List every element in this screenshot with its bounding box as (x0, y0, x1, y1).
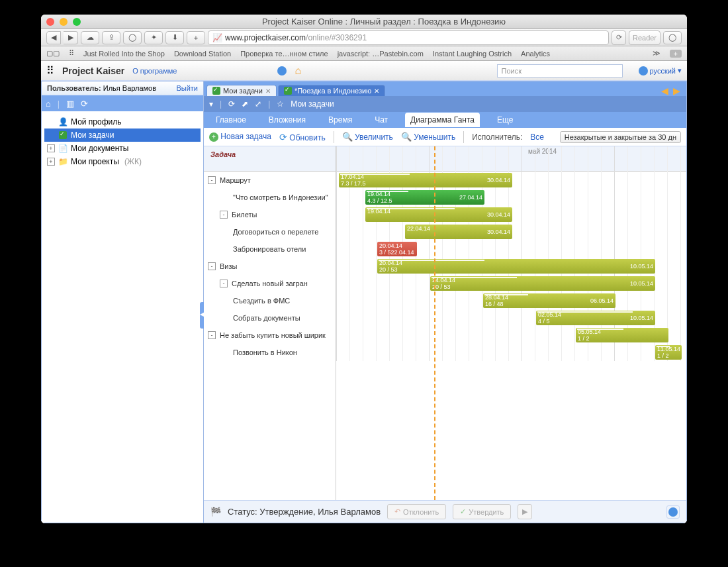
gantt-task-row[interactable]: "Что смотреть в Индонезии" (204, 189, 336, 206)
minimize-window-button[interactable] (60, 18, 68, 26)
tab-trip[interactable]: *Поездка в Индонезию ✕ (278, 85, 385, 96)
task-label: Визы (220, 262, 237, 270)
close-tab-icon[interactable]: ✕ (265, 87, 271, 95)
share-button[interactable]: ⇪ (102, 31, 120, 44)
logout-link[interactable]: Выйти (176, 84, 198, 92)
refresh-button[interactable]: ⟳ Обновить (279, 132, 326, 142)
breadcrumb[interactable]: Мои задачи (291, 99, 334, 109)
gantt-task-row[interactable]: -Не забыть купить новый ширик (204, 327, 336, 344)
bookmark-item[interactable]: Analytics (521, 50, 550, 58)
forward-button[interactable]: ▶ (64, 31, 78, 44)
gantt-timeline[interactable]: май 2014 17.04.147.3 / 17.530.04.1419.04… (336, 146, 686, 500)
zoom-out-button[interactable]: 🔍 Уменьшить (401, 132, 455, 142)
home-icon[interactable]: ⌂ (46, 99, 51, 109)
bookmark-item[interactable]: Instant Laughing Ostrich (433, 50, 512, 58)
bookmark-item[interactable]: Проверка те…нном стиле (240, 50, 328, 58)
splitter-handle[interactable] (200, 302, 204, 329)
gantt-task-row[interactable]: -Маршрут (204, 172, 336, 189)
gantt-task-row[interactable]: Договориться о перелете (204, 223, 336, 240)
search-input[interactable]: Поиск (497, 64, 623, 77)
gantt-bar[interactable]: 20.04.1420 / 5310.05.14 (377, 259, 655, 274)
gantt-task-row[interactable]: Собрать документы (204, 309, 336, 327)
expand-icon[interactable]: - (208, 262, 216, 270)
apps-icon[interactable]: ⠿ (69, 49, 74, 58)
gantt-bar[interactable]: 05.05.141 / 2 (576, 328, 668, 342)
gantt-bar[interactable]: 19.04.1430.04.14 (365, 207, 512, 222)
subtab-time[interactable]: Время (323, 113, 357, 127)
refresh-icon[interactable]: ⟳ (228, 99, 235, 109)
bookmark-item[interactable]: Just Rolled Into the Shop (83, 50, 165, 58)
toolbar-button-2[interactable]: ✦ (144, 31, 163, 44)
subtab-attachments[interactable]: Вложения (263, 113, 311, 127)
gantt-bar[interactable]: 28.04.1416 / 4806.05.14 (483, 293, 615, 308)
bookmarks-overflow[interactable]: ≫ (653, 49, 660, 58)
today-marker (434, 146, 435, 500)
expand-icon[interactable]: ⤢ (255, 99, 261, 109)
columns-icon[interactable]: ▥ (66, 99, 74, 109)
gantt-bar[interactable]: 17.04.147.3 / 17.530.04.14 (339, 173, 512, 187)
reader-button[interactable]: Reader (629, 30, 660, 45)
gantt-task-row[interactable]: Съездить в ФМС (204, 292, 336, 309)
expand-icon[interactable]: - (208, 176, 216, 184)
refresh-icon[interactable]: ⟳ (81, 99, 88, 109)
tab-my-tasks[interactable]: Мои задачи ✕ (206, 85, 277, 96)
new-tab-button[interactable]: + (670, 50, 682, 58)
gantt-task-row[interactable]: -Билеты (204, 206, 336, 223)
subtab-more[interactable]: Еще (492, 113, 518, 127)
sidebar-item-profile[interactable]: 👤 Мой профиль (44, 115, 201, 129)
address-bar[interactable]: 📈 www.projectkaiser.com/online/#3036291 (208, 30, 609, 45)
close-tab-icon[interactable]: ✕ (374, 87, 379, 95)
expand-icon[interactable]: + (47, 144, 55, 152)
gantt-bar[interactable]: 24.04.1420 / 5310.05.14 (430, 276, 655, 291)
date-filter-button[interactable]: Незакрытые и закрытые за 30 дн (560, 131, 681, 143)
globe-button[interactable] (666, 505, 680, 519)
icloud-button[interactable]: ☁ (81, 31, 99, 44)
bookmarks-icon[interactable]: ▢▢ (46, 49, 60, 58)
expand-icon[interactable]: - (220, 211, 228, 219)
globe-icon[interactable] (277, 66, 287, 76)
gantt-task-row[interactable]: -Визы (204, 258, 336, 275)
subtab-chat[interactable]: Чат (369, 113, 393, 127)
gantt-bar[interactable]: 20.04.143 / 522.04.14 (377, 242, 417, 256)
subtab-main[interactable]: Главное (210, 113, 251, 127)
expand-icon[interactable]: - (208, 331, 216, 339)
nav-forward-icon[interactable]: ▶ (673, 85, 684, 96)
gantt-bar[interactable]: 22.04.1430.04.14 (405, 225, 512, 239)
back-button[interactable]: ◀ (46, 31, 61, 44)
popout-icon[interactable]: ⬈ (242, 99, 248, 109)
nav-back-icon[interactable]: ◀ (661, 85, 672, 96)
approve-button[interactable]: ✓Утвердить (453, 504, 511, 519)
downloads-button[interactable]: ⬇ (165, 31, 184, 44)
gantt-bar[interactable]: 02.05.144 / 510.05.14 (536, 311, 655, 325)
new-task-button[interactable]: + Новая задача (209, 132, 271, 142)
toolbar-button-3[interactable]: ◯ (663, 31, 682, 44)
zoom-in-button[interactable]: 🔍 Увеличить (342, 132, 393, 142)
home-icon[interactable]: ⌂ (295, 65, 301, 77)
sidebar-item-documents[interactable]: + 📄 Мои документы (44, 142, 201, 155)
sidebar-item-tasks[interactable]: Мои задачи (44, 129, 201, 142)
gantt-task-row[interactable]: Позвонить в Никон (204, 344, 336, 361)
expand-icon[interactable]: - (220, 280, 228, 287)
bookmark-item[interactable]: javascript: …Pastebin.com (338, 50, 424, 58)
sidebar-item-projects[interactable]: + 📁 Мои проекты (ЖК) (44, 155, 201, 168)
reload-button[interactable]: ⟳ (612, 30, 626, 45)
language-switcher[interactable]: русский ▾ (639, 66, 682, 76)
subtab-gantt[interactable]: Диаграмма Ганта (405, 113, 480, 127)
reject-button[interactable]: ↶Отклонить (387, 504, 446, 519)
gantt-bar[interactable]: 11.05.141 / 2 (655, 345, 682, 360)
close-window-button[interactable] (46, 18, 54, 26)
star-icon[interactable]: ☆ (277, 99, 284, 109)
gantt-task-row[interactable]: Забронировать отели (204, 240, 336, 258)
zoom-window-button[interactable] (73, 18, 81, 26)
toolbar-button-1[interactable]: ◯ (123, 31, 142, 44)
about-link[interactable]: О программе (132, 67, 177, 75)
gantt-bar[interactable]: 19.04.144.3 / 12.527.04.14 (365, 190, 484, 205)
next-button[interactable]: ▶ (518, 504, 532, 519)
expand-icon[interactable]: + (47, 158, 55, 166)
gantt-task-row[interactable]: -Сделать новый загран (204, 275, 336, 292)
check-icon (212, 87, 220, 95)
dropdown-icon[interactable]: ▾ (209, 99, 213, 109)
add-button[interactable]: + (187, 31, 205, 44)
executor-filter[interactable]: Все (530, 132, 544, 142)
bookmark-item[interactable]: Download Station (174, 50, 231, 58)
